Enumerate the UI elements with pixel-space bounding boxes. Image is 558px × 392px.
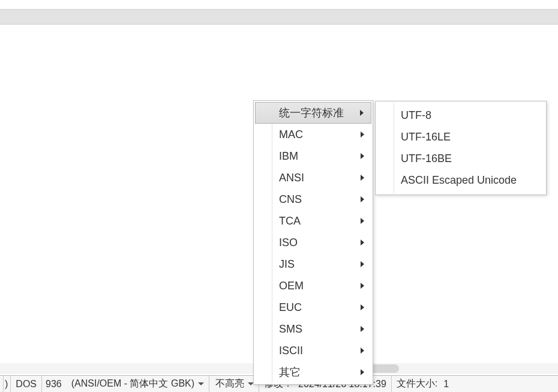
status-text: DOS xyxy=(16,379,37,390)
chevron-right-icon xyxy=(361,131,364,137)
chevron-right-icon xyxy=(361,196,364,202)
menu-item-label: 其它 xyxy=(279,365,301,379)
chevron-right-icon xyxy=(361,153,364,159)
status-codepage[interactable]: 936 xyxy=(42,376,65,392)
menu-item-mac[interactable]: MAC xyxy=(255,124,371,145)
menu-item-label: ISO xyxy=(279,235,298,250)
menu-item-label: IBM xyxy=(279,149,298,163)
menu-item-label: TCA xyxy=(279,214,301,228)
menu-item-utf16be[interactable]: UTF-16BE xyxy=(377,148,545,169)
status-encoding[interactable]: (ANSI/OEM - 简体中文 GBK) xyxy=(65,376,209,392)
status-syntax-highlight[interactable]: 不高亮 xyxy=(209,376,259,392)
menu-item-utf16le[interactable]: UTF-16LE xyxy=(377,126,545,148)
menu-item-label: EUC xyxy=(279,300,302,315)
chevron-right-icon xyxy=(361,326,364,332)
menu-item-label: ANSI xyxy=(279,170,304,185)
status-partial-paren: ) xyxy=(4,376,11,392)
status-text: (ANSI/OEM - 简体中文 GBK) xyxy=(71,378,194,390)
chevron-right-icon xyxy=(361,283,364,289)
encoding-submenu: UTF-8 UTF-16LE UTF-16BE ASCII Escaped Un… xyxy=(375,101,547,195)
chevron-right-icon xyxy=(361,218,364,224)
status-text: 936 xyxy=(46,379,62,390)
chevron-right-icon xyxy=(360,110,364,116)
menu-item-sms[interactable]: SMS xyxy=(255,318,371,340)
menu-item-oem[interactable]: OEM xyxy=(255,275,371,297)
menu-item-ansi[interactable]: ANSI xyxy=(255,167,371,188)
chevron-right-icon xyxy=(361,348,364,354)
menu-item-label: JIS xyxy=(279,257,295,271)
menu-item-label: UTF-16LE xyxy=(401,130,451,144)
menu-item-cns[interactable]: CNS xyxy=(255,188,371,210)
chevron-right-icon xyxy=(361,304,364,310)
menu-item-ibm[interactable]: IBM xyxy=(255,145,371,167)
menu-item-label: SMS xyxy=(279,322,302,336)
status-value: 1 xyxy=(443,379,449,390)
status-label: 文件大小: xyxy=(397,378,437,390)
menu-item-label: OEM xyxy=(279,279,304,293)
menu-item-label: MAC xyxy=(279,127,303,142)
menu-item-euc[interactable]: EUC xyxy=(255,297,371,318)
menu-item-label: 统一字符标准 xyxy=(279,106,344,120)
menu-item-label: UTF-8 xyxy=(401,108,431,122)
top-toolbar xyxy=(0,9,558,25)
menu-item-other[interactable]: 其它 xyxy=(255,361,371,383)
menu-item-label: ASCII Escaped Unicode xyxy=(401,173,517,187)
encoding-menu: 统一字符标准 MAC IBM ANSI CNS TCA ISO JIS OEM … xyxy=(253,100,373,385)
chevron-right-icon xyxy=(361,240,364,246)
chevron-right-icon xyxy=(361,175,364,181)
menu-item-label: CNS xyxy=(279,192,302,207)
menu-item-jis[interactable]: JIS xyxy=(255,253,371,275)
menu-item-ascii-escaped-unicode[interactable]: ASCII Escaped Unicode xyxy=(377,169,545,191)
menu-item-label: ISCII xyxy=(279,343,303,358)
menu-item-iso[interactable]: ISO xyxy=(255,232,371,253)
menu-item-unified-charset[interactable]: 统一字符标准 xyxy=(255,102,371,124)
menu-item-tca[interactable]: TCA xyxy=(255,210,371,232)
menu-item-iscii[interactable]: ISCII xyxy=(255,340,371,361)
status-text: ) xyxy=(5,379,8,390)
chevron-right-icon xyxy=(361,261,364,267)
menu-item-utf8[interactable]: UTF-8 xyxy=(377,104,545,126)
status-line-ending[interactable]: DOS xyxy=(11,376,42,392)
menu-item-label: UTF-16BE xyxy=(401,151,452,166)
status-filesize: 文件大小: 1 xyxy=(392,376,449,392)
chevron-right-icon xyxy=(361,369,364,375)
status-text: 不高亮 xyxy=(215,378,244,390)
chevron-down-icon xyxy=(198,382,204,385)
